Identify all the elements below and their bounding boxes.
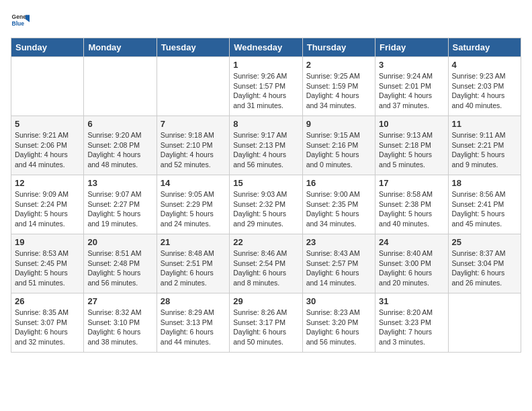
calendar-cell: 6Sunrise: 9:20 AM Sunset: 2:08 PM Daylig… — [84, 116, 157, 175]
calendar-cell — [157, 57, 229, 116]
svg-text:Blue: Blue — [12, 20, 25, 27]
day-number: 24 — [379, 237, 444, 247]
weekday-header-saturday: Saturday — [448, 38, 521, 57]
day-detail: Sunrise: 9:03 AM Sunset: 2:32 PM Dayligh… — [233, 189, 298, 229]
logo: General Blue — [11, 11, 30, 30]
day-number: 12 — [15, 178, 80, 188]
day-detail: Sunrise: 8:40 AM Sunset: 3:00 PM Dayligh… — [379, 248, 444, 288]
calendar-cell: 19Sunrise: 8:53 AM Sunset: 2:45 PM Dayli… — [11, 234, 84, 293]
calendar-cell: 26Sunrise: 8:35 AM Sunset: 3:07 PM Dayli… — [11, 293, 84, 353]
day-number: 23 — [306, 237, 371, 247]
day-number: 14 — [161, 178, 226, 188]
day-detail: Sunrise: 9:05 AM Sunset: 2:29 PM Dayligh… — [161, 189, 226, 229]
day-number: 21 — [161, 237, 226, 247]
day-detail: Sunrise: 8:26 AM Sunset: 3:17 PM Dayligh… — [233, 308, 298, 347]
calendar-cell: 11Sunrise: 9:11 AM Sunset: 2:21 PM Dayli… — [448, 116, 521, 175]
calendar-cell: 29Sunrise: 8:26 AM Sunset: 3:17 PM Dayli… — [230, 293, 302, 353]
svg-marker-2 — [26, 15, 30, 22]
day-detail: Sunrise: 8:51 AM Sunset: 2:48 PM Dayligh… — [87, 248, 152, 288]
calendar-cell: 10Sunrise: 9:13 AM Sunset: 2:18 PM Dayli… — [375, 116, 448, 175]
day-number: 5 — [15, 119, 80, 129]
calendar-cell: 17Sunrise: 8:58 AM Sunset: 2:38 PM Dayli… — [375, 175, 448, 234]
calendar-cell: 16Sunrise: 9:00 AM Sunset: 2:35 PM Dayli… — [302, 175, 375, 234]
calendar-cell: 7Sunrise: 9:18 AM Sunset: 2:10 PM Daylig… — [157, 116, 229, 175]
calendar-cell: 27Sunrise: 8:32 AM Sunset: 3:10 PM Dayli… — [84, 293, 157, 353]
day-number: 8 — [233, 119, 298, 129]
calendar-cell: 2Sunrise: 9:25 AM Sunset: 1:59 PM Daylig… — [302, 57, 375, 116]
day-detail: Sunrise: 8:35 AM Sunset: 3:07 PM Dayligh… — [15, 308, 80, 347]
calendar-cell: 8Sunrise: 9:17 AM Sunset: 2:13 PM Daylig… — [230, 116, 302, 175]
day-number: 28 — [161, 296, 226, 306]
calendar-cell: 4Sunrise: 9:23 AM Sunset: 2:03 PM Daylig… — [448, 57, 521, 116]
day-detail: Sunrise: 9:15 AM Sunset: 2:16 PM Dayligh… — [306, 130, 371, 170]
day-detail: Sunrise: 9:20 AM Sunset: 2:08 PM Dayligh… — [87, 130, 152, 170]
day-number: 30 — [306, 296, 371, 306]
day-number: 18 — [452, 178, 517, 188]
day-detail: Sunrise: 9:26 AM Sunset: 1:57 PM Dayligh… — [233, 71, 298, 111]
calendar-cell — [84, 57, 157, 116]
day-detail: Sunrise: 9:00 AM Sunset: 2:35 PM Dayligh… — [306, 189, 371, 229]
calendar-cell: 1Sunrise: 9:26 AM Sunset: 1:57 PM Daylig… — [230, 57, 302, 116]
week-row-2: 5Sunrise: 9:21 AM Sunset: 2:06 PM Daylig… — [11, 116, 521, 175]
calendar-cell: 28Sunrise: 8:29 AM Sunset: 3:13 PM Dayli… — [157, 293, 229, 353]
day-detail: Sunrise: 8:32 AM Sunset: 3:10 PM Dayligh… — [87, 308, 152, 347]
header: General Blue — [11, 11, 521, 30]
calendar-cell: 20Sunrise: 8:51 AM Sunset: 2:48 PM Dayli… — [84, 234, 157, 293]
day-detail: Sunrise: 8:58 AM Sunset: 2:38 PM Dayligh… — [379, 189, 444, 229]
calendar-table: SundayMondayTuesdayWednesdayThursdayFrid… — [11, 38, 521, 353]
calendar-cell: 3Sunrise: 9:24 AM Sunset: 2:01 PM Daylig… — [375, 57, 448, 116]
day-detail: Sunrise: 9:07 AM Sunset: 2:27 PM Dayligh… — [87, 189, 152, 229]
day-detail: Sunrise: 8:48 AM Sunset: 2:51 PM Dayligh… — [161, 248, 226, 288]
day-number: 20 — [87, 237, 152, 247]
day-detail: Sunrise: 8:23 AM Sunset: 3:20 PM Dayligh… — [306, 308, 371, 347]
week-row-1: 1Sunrise: 9:26 AM Sunset: 1:57 PM Daylig… — [11, 57, 521, 116]
day-detail: Sunrise: 9:13 AM Sunset: 2:18 PM Dayligh… — [379, 130, 444, 170]
day-detail: Sunrise: 9:11 AM Sunset: 2:21 PM Dayligh… — [452, 130, 517, 170]
day-detail: Sunrise: 8:37 AM Sunset: 3:04 PM Dayligh… — [452, 248, 517, 288]
week-row-5: 26Sunrise: 8:35 AM Sunset: 3:07 PM Dayli… — [11, 293, 521, 353]
weekday-header-friday: Friday — [375, 38, 448, 57]
day-number: 2 — [306, 60, 371, 70]
calendar-cell: 14Sunrise: 9:05 AM Sunset: 2:29 PM Dayli… — [157, 175, 229, 234]
week-row-4: 19Sunrise: 8:53 AM Sunset: 2:45 PM Dayli… — [11, 234, 521, 293]
day-detail: Sunrise: 9:25 AM Sunset: 1:59 PM Dayligh… — [306, 71, 371, 111]
day-detail: Sunrise: 9:09 AM Sunset: 2:24 PM Dayligh… — [15, 189, 80, 229]
day-detail: Sunrise: 8:46 AM Sunset: 2:54 PM Dayligh… — [233, 248, 298, 288]
day-number: 15 — [233, 178, 298, 188]
calendar-cell: 25Sunrise: 8:37 AM Sunset: 3:04 PM Dayli… — [448, 234, 521, 293]
calendar-cell — [448, 293, 521, 353]
day-detail: Sunrise: 8:20 AM Sunset: 3:23 PM Dayligh… — [379, 308, 444, 347]
day-number: 27 — [87, 296, 152, 306]
weekday-header-row: SundayMondayTuesdayWednesdayThursdayFrid… — [11, 38, 521, 57]
day-detail: Sunrise: 8:53 AM Sunset: 2:45 PM Dayligh… — [15, 248, 80, 288]
day-detail: Sunrise: 8:43 AM Sunset: 2:57 PM Dayligh… — [306, 248, 371, 288]
day-number: 26 — [15, 296, 80, 306]
week-row-3: 12Sunrise: 9:09 AM Sunset: 2:24 PM Dayli… — [11, 175, 521, 234]
day-number: 19 — [15, 237, 80, 247]
calendar-cell: 31Sunrise: 8:20 AM Sunset: 3:23 PM Dayli… — [375, 293, 448, 353]
calendar-cell: 23Sunrise: 8:43 AM Sunset: 2:57 PM Dayli… — [302, 234, 375, 293]
calendar-cell: 24Sunrise: 8:40 AM Sunset: 3:00 PM Dayli… — [375, 234, 448, 293]
calendar-cell: 22Sunrise: 8:46 AM Sunset: 2:54 PM Dayli… — [230, 234, 302, 293]
calendar-cell — [11, 57, 84, 116]
calendar-cell: 18Sunrise: 8:56 AM Sunset: 2:41 PM Dayli… — [448, 175, 521, 234]
day-number: 9 — [306, 119, 371, 129]
day-number: 29 — [233, 296, 298, 306]
calendar-cell: 5Sunrise: 9:21 AM Sunset: 2:06 PM Daylig… — [11, 116, 84, 175]
day-number: 13 — [87, 178, 152, 188]
day-number: 25 — [452, 237, 517, 247]
calendar-cell: 13Sunrise: 9:07 AM Sunset: 2:27 PM Dayli… — [84, 175, 157, 234]
day-number: 4 — [452, 60, 517, 70]
day-number: 16 — [306, 178, 371, 188]
day-number: 3 — [379, 60, 444, 70]
calendar-cell: 15Sunrise: 9:03 AM Sunset: 2:32 PM Dayli… — [230, 175, 302, 234]
day-detail: Sunrise: 9:24 AM Sunset: 2:01 PM Dayligh… — [379, 71, 444, 111]
day-number: 31 — [379, 296, 444, 306]
logo-icon: General Blue — [11, 11, 30, 30]
weekday-header-sunday: Sunday — [11, 38, 84, 57]
day-detail: Sunrise: 9:18 AM Sunset: 2:10 PM Dayligh… — [161, 130, 226, 170]
calendar-cell: 12Sunrise: 9:09 AM Sunset: 2:24 PM Dayli… — [11, 175, 84, 234]
day-number: 1 — [233, 60, 298, 70]
weekday-header-wednesday: Wednesday — [230, 38, 302, 57]
day-number: 22 — [233, 237, 298, 247]
